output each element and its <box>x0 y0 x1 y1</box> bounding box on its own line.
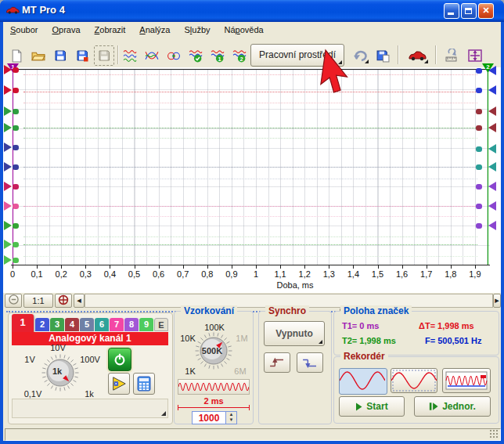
samples-spinner[interactable]: 1000 ▲▼ <box>192 411 237 424</box>
channel-marker-right[interactable] <box>488 221 496 230</box>
channel-tab-9[interactable]: 9 <box>139 318 153 331</box>
menu-item-oprava[interactable]: Oprava <box>45 22 87 37</box>
fit-scale-button[interactable] <box>465 45 485 66</box>
scope-wave-icon <box>340 369 385 392</box>
channel-marker-dot[interactable] <box>476 68 482 74</box>
channel-marker-dot[interactable] <box>13 223 19 229</box>
channel-marker-left[interactable] <box>4 221 12 230</box>
save-selection-button[interactable] <box>94 45 114 66</box>
save-button[interactable] <box>50 45 70 66</box>
maximize-button[interactable] <box>461 3 477 19</box>
channel-tab-6[interactable]: 6 <box>95 318 109 331</box>
channel-marker-left[interactable] <box>4 143 12 152</box>
channel-marker-dot[interactable] <box>476 125 482 131</box>
channel-marker-dot[interactable] <box>13 125 19 131</box>
channel-tab-7[interactable]: 7 <box>110 318 124 331</box>
new-file-button[interactable] <box>6 45 27 66</box>
channel-marker-right[interactable] <box>488 144 496 153</box>
channel-tab-2[interactable]: 2 <box>35 318 49 331</box>
menu-item-služby[interactable]: Služby <box>177 22 217 37</box>
channel-marker-dot[interactable] <box>476 204 482 209</box>
channel-marker-dot[interactable] <box>13 164 19 170</box>
channel-marker-dot[interactable] <box>476 223 482 229</box>
channel-marker-left[interactable] <box>4 106 12 116</box>
channel-tab-8[interactable]: 8 <box>124 318 139 331</box>
rising-edge-button[interactable] <box>264 352 290 373</box>
channel-marker-right[interactable] <box>488 182 496 191</box>
channel-marker-dot[interactable] <box>13 67 19 73</box>
calibration-button[interactable] <box>441 45 462 66</box>
minimize-button[interactable] <box>444 3 459 19</box>
channel-marker-right[interactable] <box>488 123 496 132</box>
zoom-reset-button[interactable] <box>55 294 72 308</box>
channel-zero-line <box>23 74 477 75</box>
channel-marker-left[interactable] <box>4 65 12 74</box>
hardware-button[interactable] <box>404 45 430 66</box>
channel-tab-3[interactable]: 3 <box>50 318 64 331</box>
channel-marker-dot[interactable] <box>476 88 482 93</box>
axis-tick-label: 1,5 <box>372 269 383 279</box>
start-button[interactable]: Start <box>339 396 405 417</box>
channel-marker-left[interactable] <box>4 182 12 191</box>
channel-marker-dot[interactable] <box>476 146 482 152</box>
channel-marker-dot[interactable] <box>13 258 19 263</box>
loops-icon <box>167 49 181 62</box>
menu-item-nápověda[interactable]: Nápověda <box>218 22 271 37</box>
plot-top-border <box>11 69 490 70</box>
single-shot-button[interactable]: Jednor. <box>414 396 491 417</box>
channel-marker-left[interactable] <box>4 85 12 95</box>
channel-marker-left[interactable] <box>4 201 12 211</box>
channel-tab-4[interactable]: 4 <box>65 318 79 331</box>
channel-marker-left[interactable] <box>4 123 12 132</box>
amplifier-button[interactable] <box>108 373 130 395</box>
channel-marker-right[interactable] <box>488 85 496 95</box>
channel-marker-right[interactable] <box>488 106 496 116</box>
overlay-channels-button[interactable] <box>142 45 162 66</box>
channel-marker-dot[interactable] <box>476 109 482 114</box>
recorder-mode-recorder-button[interactable] <box>442 368 491 393</box>
menu-item-zobrazit[interactable]: Zobrazit <box>88 22 133 37</box>
channel-tab-1[interactable]: 1 <box>12 314 34 332</box>
channel-power-button[interactable] <box>108 348 131 371</box>
show-all-channels-button[interactable] <box>120 45 140 66</box>
channel-marker-dot[interactable] <box>13 145 19 150</box>
scroll-left-button[interactable]: ◂ <box>74 294 85 308</box>
menu-item-soubor[interactable]: Soubor <box>3 22 45 37</box>
close-button[interactable]: ✕ <box>478 3 494 19</box>
waves-view1-button[interactable]: 1 <box>207 45 228 66</box>
trigger-mode-button[interactable]: Vypnuto <box>264 321 325 346</box>
channel-tab-E[interactable]: E <box>154 318 168 331</box>
channel-marker-dot[interactable] <box>13 242 19 247</box>
waves-confirm-button[interactable] <box>185 45 206 66</box>
resize-grip[interactable] <box>489 429 499 439</box>
resize-handle-icon[interactable] <box>161 411 166 416</box>
channel-marker-right[interactable] <box>488 201 496 211</box>
channel-marker-dot[interactable] <box>476 184 482 190</box>
channel-marker-dot[interactable] <box>476 164 482 170</box>
scroll-right-button[interactable]: ▸ <box>493 294 501 308</box>
channel-marker-dot[interactable] <box>13 204 19 209</box>
channel-marker-dot[interactable] <box>13 109 19 114</box>
channel-marker-left[interactable] <box>4 162 12 171</box>
save-as-button[interactable] <box>72 45 92 66</box>
spinner-arrows-icon[interactable]: ▲▼ <box>225 412 236 424</box>
xy-mode-button[interactable] <box>164 45 184 66</box>
waves-view2-button[interactable]: 2 <box>229 45 250 66</box>
recorder-mode-frame-button[interactable] <box>391 368 437 393</box>
calculator-button[interactable] <box>133 373 155 395</box>
channel-marker-dot[interactable] <box>13 88 19 93</box>
title-bar[interactable]: MT Pro 4 ✕ <box>0 0 504 22</box>
falling-edge-button[interactable] <box>297 352 323 373</box>
channel-marker-dot[interactable] <box>13 184 19 190</box>
plot-area[interactable]: 1 2 Doba, ms 00,10,20,30,40,50,60,70,80,… <box>3 67 501 292</box>
channel-marker-right[interactable] <box>488 66 496 75</box>
menu-item-analýza[interactable]: Analýza <box>132 22 177 37</box>
channel-tab-5[interactable]: 5 <box>80 318 94 331</box>
channel-note-area[interactable] <box>12 399 168 418</box>
channel-marker-right[interactable] <box>488 162 496 171</box>
channel-marker-left[interactable] <box>4 255 12 265</box>
recorder-mode-scope-button[interactable] <box>339 368 387 395</box>
zoom-out-button[interactable] <box>5 294 22 308</box>
channel-marker-left[interactable] <box>4 240 12 249</box>
open-file-button[interactable] <box>28 45 49 66</box>
